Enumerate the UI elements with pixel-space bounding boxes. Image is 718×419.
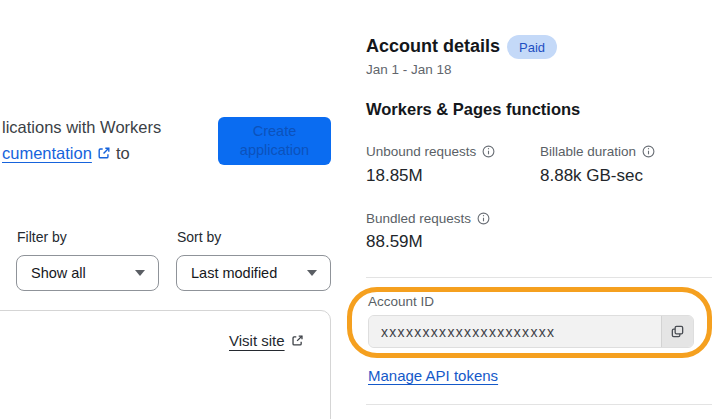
account-id-input[interactable]: [369, 316, 661, 347]
sort-by-label: Sort by: [177, 229, 221, 245]
manage-api-tokens-link[interactable]: Manage API tokens: [368, 367, 498, 384]
create-application-button[interactable]: Create application: [218, 117, 331, 165]
account-details-title: Account details: [366, 36, 500, 57]
stat-unbound-requests-value: 18.85M: [366, 166, 423, 186]
chevron-down-icon: [135, 270, 145, 276]
plan-badge: Paid: [507, 35, 557, 59]
sort-dropdown-value: Last modified: [191, 265, 277, 281]
visit-site-label: Visit site: [229, 332, 285, 349]
project-card: [0, 310, 331, 419]
account-id-label: Account ID: [368, 294, 434, 309]
external-link-icon: [97, 146, 111, 160]
external-link-icon: [291, 334, 304, 347]
filter-dropdown[interactable]: Show all: [16, 255, 159, 291]
info-icon[interactable]: [642, 145, 655, 158]
date-range: Jan 1 - Jan 18: [366, 62, 452, 77]
copy-button[interactable]: [661, 316, 693, 347]
filter-dropdown-value: Show all: [31, 265, 86, 281]
documentation-link[interactable]: cumentation: [2, 140, 92, 166]
divider: [366, 277, 712, 278]
account-id-field-group: [368, 315, 694, 348]
stat-billable-duration-label: Billable duration: [540, 144, 655, 159]
info-icon[interactable]: [477, 212, 490, 225]
stat-unbound-requests-label: Unbound requests: [366, 144, 495, 159]
divider: [366, 404, 712, 405]
workers-pages-dashboard: lications with Workers cumentation to Cr…: [0, 0, 718, 419]
sort-dropdown[interactable]: Last modified: [176, 255, 331, 291]
filter-by-label: Filter by: [17, 229, 67, 245]
stat-billable-duration-value: 8.88k GB-sec: [540, 166, 643, 186]
functions-section-title: Workers & Pages functions: [366, 100, 580, 119]
intro-text: lications with Workers cumentation to: [2, 114, 161, 166]
copy-icon: [670, 324, 685, 339]
stat-bundled-requests-value: 88.59M: [366, 232, 423, 252]
intro-line2-suffix: to: [116, 140, 130, 166]
chevron-down-icon: [307, 270, 317, 276]
info-icon[interactable]: [482, 145, 495, 158]
visit-site-link[interactable]: Visit site: [229, 332, 304, 349]
stat-bundled-requests-label: Bundled requests: [366, 211, 490, 226]
intro-line1: lications with Workers: [2, 114, 161, 140]
